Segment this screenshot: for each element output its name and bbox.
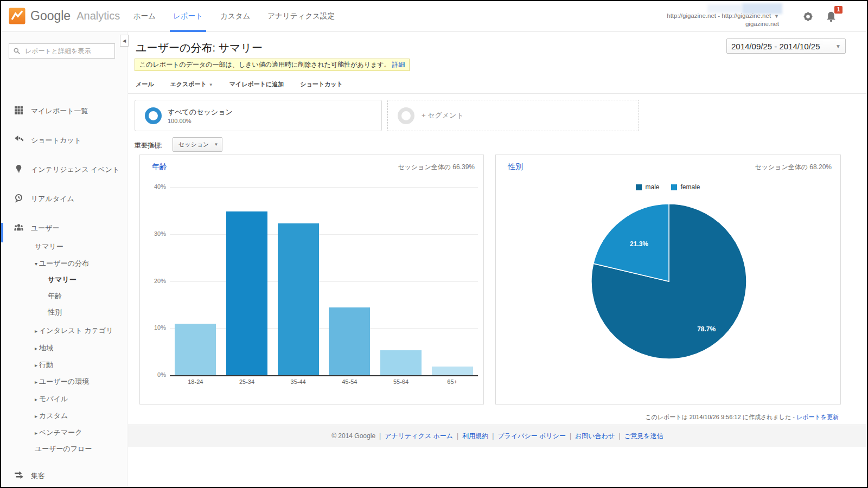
sidebar-collapse-button[interactable]: ◀ [120, 35, 129, 47]
bulb-icon [14, 164, 23, 174]
key-metric-label: 重要指標: [135, 141, 162, 150]
male-swatch [636, 184, 642, 190]
chevron-right-icon: ▸ [35, 379, 37, 385]
sidebar-subitem-custom[interactable]: ▸カスタム [35, 410, 68, 421]
gender-panel-title-link[interactable]: 性別 [508, 162, 523, 172]
account-line2: gigazine.net [667, 20, 779, 28]
sidebar-subitem-benchmarking[interactable]: ▸ベンチマーク [35, 427, 82, 438]
ga-logo[interactable]: Google Analytics [9, 8, 120, 24]
nav-item-customization[interactable]: カスタム [212, 1, 259, 32]
sidebar-subitem-demographics-overview[interactable]: サマリー [48, 274, 76, 285]
footer-link-3[interactable]: お問い合わせ [575, 432, 615, 441]
sidebar-subitem-demographics[interactable]: ▾ユーザーの分布 [35, 258, 89, 269]
bar-45-54[interactable] [329, 307, 370, 375]
age-panel-title-link[interactable]: 年齢 [152, 162, 167, 172]
legend-female: female [671, 183, 700, 191]
search-input[interactable] [24, 47, 111, 55]
footer-link-1[interactable]: 利用規約 [462, 432, 488, 441]
refresh-report-link[interactable]: レポートを更新 [796, 414, 839, 420]
sidebar-subitem-users-flow[interactable]: ユーザーのフロー [35, 444, 92, 454]
sidebar-subitem-gender[interactable]: 性別 [48, 307, 62, 318]
segment-all-sessions[interactable]: すべてのセッション 100.00% [135, 100, 382, 131]
sidebar-subitem-behavior[interactable]: ▸行動 [35, 359, 53, 370]
top-header: Google Analytics ホームレポートカスタムアナリティクス設定 ht… [1, 1, 867, 32]
gender-pie-chart: 78.7%21.3% [588, 200, 750, 363]
y-tick-10: 10% [144, 324, 166, 331]
footer-links: |アナリティクス ホーム|利用規約|プライバシー ポリシー|お問い合わせ|ご意見… [379, 432, 663, 441]
sidebar-item-shortcuts[interactable]: ショートカット [1, 132, 127, 147]
gender-label: 性別 [48, 308, 62, 316]
y-tick-20: 20% [144, 278, 166, 284]
x-label-25-34: 25-34 [221, 378, 273, 385]
chevron-down-icon: ▼ [209, 82, 213, 87]
sidebar-subitem-audience-overview[interactable]: サマリー [35, 241, 63, 252]
audience-overview-label: サマリー [35, 242, 63, 251]
date-range-selector[interactable]: 2014/09/25 - 2014/10/25 ▼ [726, 38, 846, 54]
x-label-55-64: 55-64 [375, 378, 427, 385]
sidebar-subitem-age[interactable]: 年齢 [48, 291, 62, 301]
sidebar-subitem-geo[interactable]: ▸地域 [35, 343, 53, 354]
sidebar-subitem-mobile[interactable]: ▸モバイル [35, 394, 68, 404]
bar-55-64[interactable] [380, 350, 422, 375]
sidebar-search [9, 43, 115, 59]
gear-icon[interactable] [802, 11, 814, 22]
interests-label: インタレスト カテゴリ [39, 326, 113, 335]
x-label-35-44: 35-44 [272, 378, 324, 385]
footer-link-4[interactable]: ご意見を送信 [624, 432, 663, 441]
date-range-value: 2014/09/25 - 2014/10/25 [731, 42, 820, 51]
gender-panel-subtitle: セッション全体の 68.20% [755, 163, 832, 172]
nav-item-home[interactable]: ホーム [125, 1, 164, 32]
footer-link-0[interactable]: アナリティクス ホーム [385, 432, 453, 441]
intelligence-events-label: インテリジェンス イベント [31, 165, 119, 175]
real-time-label: リアルタイム [31, 194, 74, 204]
segment-donut-icon [398, 107, 414, 124]
users-icon [14, 223, 23, 232]
sidebar-item-real-time[interactable]: リアルタイム [1, 191, 127, 206]
toolbar-add-to-dashboard-button[interactable]: マイレポートに追加 [229, 80, 284, 88]
legend-male: male [636, 183, 659, 191]
bar-35-44[interactable] [278, 223, 319, 375]
nav-item-admin[interactable]: アナリティクス設定 [259, 1, 343, 32]
sidebar-item-my-reports[interactable]: マイレポート一覧 [1, 103, 127, 118]
metric-dropdown[interactable]: セッション ▼ [173, 137, 222, 152]
segment-donut-icon [145, 107, 162, 124]
chevron-down-icon: ▼ [774, 14, 779, 19]
sidebar: マイレポート一覧ショートカットインテリジェンス イベントリアルタイムユーザーサマ… [1, 32, 127, 487]
sidebar-item-intelligence-events[interactable]: インテリジェンス イベント [1, 162, 127, 177]
sidebar-item-audience[interactable]: ユーザー [1, 220, 127, 235]
y-tick-0: 0% [144, 371, 166, 378]
add-segment-button[interactable]: + セグメント [387, 100, 639, 131]
toolbar-export-button[interactable]: エクスポート▼ [170, 80, 213, 88]
nav-item-reporting[interactable]: レポート [164, 1, 212, 32]
divider [128, 93, 867, 94]
logo-product: Analytics [76, 10, 120, 22]
warning-detail-link[interactable]: 詳細 [392, 60, 405, 69]
notification-badge[interactable]: 1 [834, 6, 843, 14]
sidebar-item-acquisition[interactable]: 集客 [1, 468, 127, 483]
sidebar-subitem-interests[interactable]: ▸インタレスト カテゴリ [35, 325, 113, 336]
chevron-right-icon: ▸ [35, 362, 37, 368]
ga-logo-icon [9, 8, 25, 24]
bar-65-[interactable] [432, 367, 473, 375]
technology-label: ユーザーの環境 [39, 377, 89, 386]
threshold-warning-banner: このレポートのデータの一部は、しきい値の適用時に削除された可能性があります。 詳… [135, 59, 410, 71]
account-selector[interactable]: http://gigazine.net - http://gigazine.ne… [667, 12, 779, 28]
report-toolbar: メールエクスポート▼マイレポートに追加ショートカット [136, 80, 343, 88]
sidebar-subitem-technology[interactable]: ▸ユーザーの環境 [35, 376, 89, 387]
account-line1: http://gigazine.net - http://gigazine.ne… [667, 12, 779, 20]
chevron-right-icon: ▸ [35, 328, 37, 334]
y-tick-40: 40% [144, 183, 166, 190]
bar-25-34[interactable] [226, 211, 267, 375]
chevron-down-icon: ▾ [35, 261, 37, 267]
footer-link-2[interactable]: プライバシー ポリシー [497, 432, 566, 441]
geo-label: 地域 [39, 344, 53, 352]
chevron-right-icon: ▸ [35, 430, 37, 436]
toolbar-shortcut-button[interactable]: ショートカット [300, 80, 343, 88]
chevron-right-icon: ▸ [35, 396, 37, 402]
chevron-down-icon: ▼ [214, 138, 218, 151]
x-axis [170, 375, 478, 376]
female-swatch [671, 184, 677, 190]
age-panel: 年齢 セッション全体の 66.39% 40%30%20%10%0%18-2425… [139, 155, 484, 404]
toolbar-email-button[interactable]: メール [136, 80, 154, 88]
bar-18-24[interactable] [175, 324, 216, 375]
